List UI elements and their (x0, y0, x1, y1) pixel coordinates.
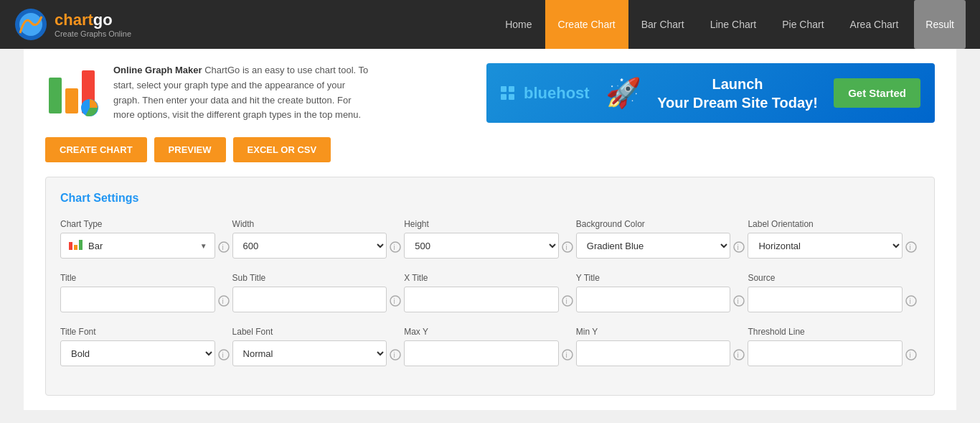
max-y-input[interactable] (404, 340, 559, 366)
background-color-field: Background Color Gradient Blue White Lig… (576, 219, 731, 259)
nav-pie-chart[interactable]: Pie Chart (769, 0, 837, 49)
svg-text:i: i (565, 351, 567, 359)
ad-logo-cell-3 (501, 94, 507, 100)
separator-7: i (387, 295, 404, 312)
chart-type-label: Chart Type (60, 219, 215, 229)
nav-line-chart[interactable]: Line Chart (697, 0, 770, 49)
chart-illustration (45, 63, 103, 121)
sub-title-label: Sub Title (232, 273, 387, 283)
separator-13: i (559, 349, 576, 366)
svg-point-13 (562, 242, 573, 252)
svg-rect-7 (74, 245, 77, 250)
nav-bar-chart[interactable]: Bar Chart (628, 0, 697, 49)
ad-headline: LaunchYour Dream Site Today! (657, 75, 818, 112)
svg-point-25 (734, 296, 744, 306)
threshold-line-field: Threshold Line (748, 327, 903, 366)
separator-4: i (730, 241, 748, 259)
title-font-field: Title Font Bold Normal Italic Bold Itali… (60, 327, 215, 366)
ad-logo-cell-1 (501, 86, 507, 92)
svg-rect-8 (79, 240, 83, 250)
description-text: Online Graph Maker ChartGo is an easy to… (113, 63, 372, 123)
width-field: Width 600 400 500 700 800 (232, 219, 387, 259)
svg-text:i: i (565, 243, 567, 251)
y-title-label: Y Title (576, 273, 731, 283)
svg-text:i: i (394, 297, 395, 305)
svg-point-35 (734, 350, 744, 360)
top-section: Online Graph Maker ChartGo is an easy to… (45, 63, 935, 123)
separator-3: i (559, 241, 576, 259)
width-label: Width (232, 219, 387, 229)
label-font-select[interactable]: Normal Bold Italic Bold Italic (232, 340, 387, 366)
chart-settings-title: Chart Settings (60, 192, 920, 205)
navbar: chartgo Create Graphs Online Home Create… (0, 0, 980, 49)
settings-row-1: Chart Type Bar ▼ i (60, 219, 920, 259)
svg-text:i: i (222, 297, 223, 305)
title-font-select[interactable]: Bold Normal Italic Bold Italic (60, 340, 215, 366)
svg-point-15 (734, 242, 744, 252)
description-block: Online Graph Maker ChartGo is an easy to… (45, 63, 465, 123)
height-select[interactable]: 500 300 400 600 700 (404, 233, 559, 259)
background-color-select[interactable]: Gradient Blue White Light Gray Dark (576, 233, 731, 259)
ad-logo-grid (501, 86, 514, 100)
bar-chart-icon (68, 238, 83, 254)
ad-get-started-button[interactable]: Get Started (834, 78, 920, 108)
nav-result[interactable]: Result (914, 0, 966, 49)
brand-logo[interactable]: chartgo Create Graphs Online (14, 8, 131, 41)
ad-logo-cell-4 (509, 94, 514, 100)
brand-name: chartgo (55, 11, 131, 29)
height-label: Height (404, 219, 559, 229)
logo-icon (14, 8, 47, 41)
nav-home[interactable]: Home (492, 0, 545, 49)
svg-point-11 (390, 242, 400, 252)
sub-title-input[interactable] (232, 287, 387, 312)
svg-text:i: i (738, 297, 739, 305)
svg-point-17 (906, 242, 916, 252)
ad-logo-cell-2 (509, 86, 514, 92)
background-color-label: Background Color (576, 219, 731, 229)
threshold-line-input[interactable] (748, 340, 903, 366)
brand-text: chartgo Create Graphs Online (55, 11, 131, 38)
ad-block: bluehost 🚀 LaunchYour Dream Site Today! … (486, 63, 935, 123)
separator-1: i (215, 241, 232, 259)
svg-point-9 (219, 242, 229, 252)
svg-point-31 (390, 350, 400, 360)
separator-6: i (215, 295, 232, 312)
width-select[interactable]: 600 400 500 700 800 (232, 233, 387, 259)
separator-15: i (903, 349, 920, 366)
svg-point-37 (906, 350, 916, 360)
chart-type-select[interactable]: Bar ▼ (60, 233, 215, 259)
svg-text:i: i (909, 297, 910, 305)
rocket-icon: 🚀 (606, 76, 641, 110)
label-font-label: Label Font (232, 327, 387, 337)
svg-point-23 (562, 296, 573, 306)
separator-10: i (903, 295, 920, 312)
x-title-input[interactable] (404, 287, 559, 312)
nav-create-chart[interactable]: Create Chart (545, 0, 628, 49)
ad-logo-text: bluehost (524, 84, 590, 103)
min-y-input[interactable] (576, 340, 731, 366)
threshold-line-label: Threshold Line (748, 327, 903, 337)
y-title-input[interactable] (576, 287, 731, 312)
separator-8: i (559, 295, 576, 312)
svg-text:i: i (394, 243, 395, 251)
separator-5: i (903, 241, 920, 259)
create-chart-button[interactable]: CREATE CHART (45, 137, 147, 162)
svg-rect-6 (69, 242, 72, 250)
svg-point-29 (219, 350, 229, 360)
source-label: Source (748, 273, 903, 283)
separator-14: i (730, 349, 748, 366)
svg-text:i: i (394, 351, 395, 359)
min-y-label: Min Y (576, 327, 731, 337)
title-label: Title (60, 273, 215, 283)
excel-csv-button[interactable]: EXCEL or CSV (233, 137, 331, 162)
label-orientation-select[interactable]: Horizontal Vertical 45 Degrees (748, 233, 903, 259)
preview-button[interactable]: PREVIEW (154, 137, 226, 162)
source-input[interactable] (748, 287, 903, 312)
title-input[interactable] (60, 287, 215, 312)
svg-rect-3 (65, 88, 78, 113)
chart-type-value: Bar (88, 241, 194, 251)
min-y-field: Min Y (576, 327, 731, 366)
nav-area-chart[interactable]: Area Chart (837, 0, 912, 49)
settings-row-3: Title Font Bold Normal Italic Bold Itali… (60, 327, 920, 366)
svg-point-19 (219, 296, 229, 306)
